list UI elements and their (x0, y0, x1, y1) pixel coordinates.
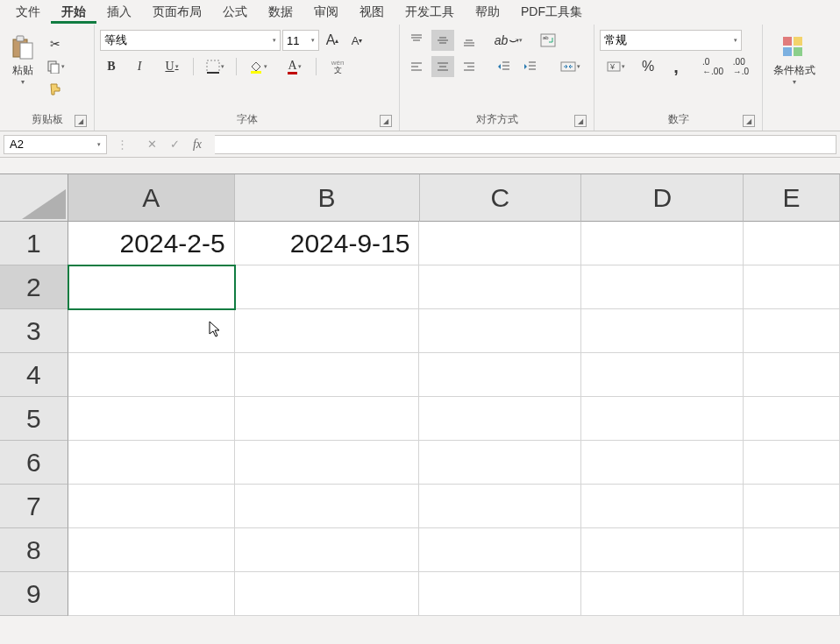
dialog-launcher-icon[interactable]: ◢ (380, 115, 392, 127)
border-button[interactable]: ▾ (199, 56, 231, 77)
menu-formula[interactable]: 公式 (212, 1, 258, 24)
copy-button[interactable]: ▾ (44, 56, 67, 77)
cell-E6[interactable] (744, 441, 840, 485)
menu-pdf[interactable]: PDF工具集 (510, 1, 593, 24)
cell-D8[interactable] (581, 528, 744, 572)
fill-color-button[interactable]: ▾ (242, 56, 274, 77)
cell-D9[interactable] (581, 572, 744, 616)
cut-button[interactable]: ✂ (44, 33, 67, 54)
cell-C6[interactable] (419, 441, 581, 485)
row-header-4[interactable]: 4 (0, 353, 68, 397)
row-header-6[interactable]: 6 (0, 441, 68, 485)
cell-E2[interactable] (744, 265, 840, 309)
cell-B8[interactable] (235, 528, 420, 572)
cell-B6[interactable] (235, 441, 420, 485)
menu-file[interactable]: 文件 (5, 1, 51, 24)
bold-button[interactable]: B (100, 56, 123, 77)
cell-D1[interactable] (581, 222, 744, 265)
cell-B1[interactable]: 2024-9-15 (235, 222, 420, 265)
cell-B7[interactable] (235, 485, 420, 528)
row-header-8[interactable]: 8 (0, 528, 68, 572)
align-right-button[interactable] (458, 56, 481, 77)
cell-E8[interactable] (744, 528, 840, 572)
cell-B9[interactable] (235, 572, 420, 616)
col-header-A[interactable]: A (68, 174, 235, 222)
cell-E9[interactable] (744, 572, 840, 616)
merge-button[interactable]: ▾ (554, 56, 586, 77)
decrease-indent-button[interactable] (493, 56, 516, 77)
row-header-5[interactable]: 5 (0, 397, 68, 441)
cell-A5[interactable] (68, 397, 235, 441)
cell-E5[interactable] (744, 397, 840, 441)
cell-C8[interactable] (419, 528, 581, 572)
col-header-E[interactable]: E (744, 174, 840, 222)
paste-button[interactable]: 粘贴 ▾ (5, 30, 40, 89)
cell-A9[interactable] (68, 572, 235, 616)
enter-button[interactable]: ✓ (163, 135, 186, 154)
comma-button[interactable]: , (665, 56, 687, 77)
underline-button[interactable]: U▾ (156, 56, 188, 77)
cell-C4[interactable] (419, 353, 581, 397)
increase-font-button[interactable]: A▴ (321, 30, 344, 51)
cell-E3[interactable] (744, 309, 840, 353)
cell-B5[interactable] (235, 397, 420, 441)
orientation-button[interactable]: ab⤻▾ (493, 30, 524, 51)
cell-C2[interactable] (419, 265, 581, 309)
cell-D4[interactable] (581, 353, 744, 397)
cell-E4[interactable] (744, 353, 840, 397)
cell-A4[interactable] (68, 353, 235, 397)
dialog-launcher-icon[interactable]: ◢ (574, 115, 587, 127)
align-bottom-button[interactable] (458, 30, 481, 51)
format-painter-button[interactable] (44, 79, 67, 100)
align-top-button[interactable] (405, 30, 428, 51)
row-header-3[interactable]: 3 (0, 309, 68, 353)
menu-home[interactable]: 开始 (51, 1, 96, 24)
phonetic-button[interactable]: wén文 (322, 56, 353, 77)
align-center-button[interactable] (431, 56, 454, 77)
menu-pagelayout[interactable]: 页面布局 (142, 1, 212, 24)
increase-indent-button[interactable] (519, 56, 542, 77)
cancel-button[interactable]: ✕ (140, 135, 163, 154)
menu-view[interactable]: 视图 (349, 1, 395, 24)
font-name-select[interactable]: 等线▾ (100, 30, 281, 51)
number-format-select[interactable]: 常规▾ (600, 30, 742, 51)
cell-B3[interactable] (235, 309, 420, 353)
font-size-select[interactable]: 11▾ (282, 30, 319, 51)
cell-C1[interactable] (419, 222, 581, 265)
increase-decimal-button[interactable]: .0←.00 (701, 56, 724, 77)
dialog-launcher-icon[interactable]: ◢ (743, 115, 755, 127)
align-middle-button[interactable] (431, 30, 454, 51)
col-header-B[interactable]: B (235, 174, 420, 222)
cell-D6[interactable] (581, 441, 744, 485)
menu-help[interactable]: 帮助 (465, 1, 510, 24)
menu-insert[interactable]: 插入 (96, 1, 142, 24)
cell-A1[interactable]: 2024-2-5 (68, 222, 235, 265)
menu-data[interactable]: 数据 (258, 1, 303, 24)
cell-C7[interactable] (419, 485, 581, 528)
col-header-D[interactable]: D (581, 174, 744, 222)
conditional-format-button[interactable]: 条件格式 ▾ (768, 30, 821, 89)
percent-button[interactable]: % (637, 56, 659, 77)
cell-D7[interactable] (581, 485, 744, 528)
cell-C3[interactable] (419, 309, 581, 353)
cell-A6[interactable] (68, 441, 235, 485)
formula-input[interactable] (215, 135, 836, 154)
decrease-font-button[interactable]: A▾ (345, 30, 368, 51)
wrap-text-button[interactable]: ab (537, 30, 559, 51)
cell-C5[interactable] (419, 397, 581, 441)
menu-devtools[interactable]: 开发工具 (395, 1, 465, 24)
name-box[interactable]: A2▾ (4, 135, 107, 154)
select-all-corner[interactable] (0, 174, 68, 222)
cell-A8[interactable] (68, 528, 235, 572)
cell-B4[interactable] (235, 353, 420, 397)
decrease-decimal-button[interactable]: .00→.0 (730, 56, 752, 77)
cell-A7[interactable] (68, 485, 235, 528)
cell-D5[interactable] (581, 397, 744, 441)
align-left-button[interactable] (405, 56, 428, 77)
row-header-7[interactable]: 7 (0, 485, 68, 528)
row-header-2[interactable]: 2 (0, 265, 68, 309)
font-color-button[interactable]: A ▾ (279, 56, 310, 77)
cell-A3[interactable] (68, 309, 235, 353)
row-header-9[interactable]: 9 (0, 572, 68, 616)
col-header-C[interactable]: C (420, 174, 582, 222)
